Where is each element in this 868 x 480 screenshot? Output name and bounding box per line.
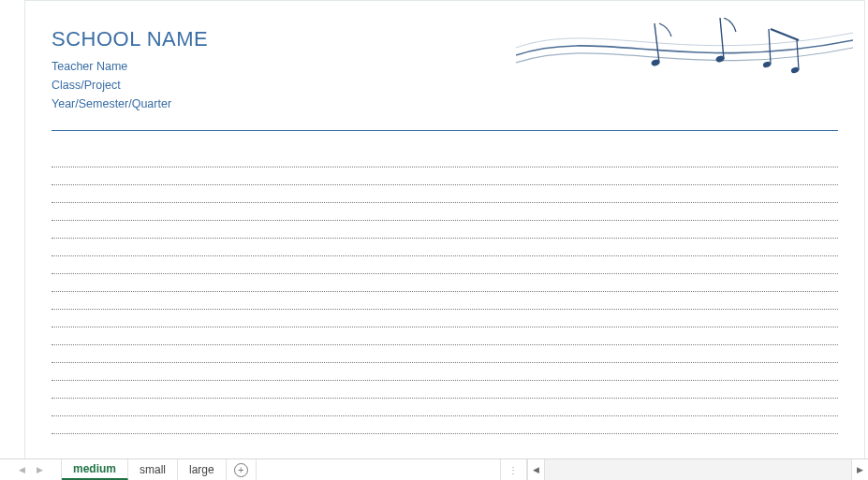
sheet-tab-label: large [189, 463, 214, 476]
rule-line [51, 344, 838, 345]
rule-line [51, 167, 838, 167]
rule-line [51, 309, 838, 310]
tab-nav-prev-icon: ◀ [19, 465, 25, 474]
workspace: SCHOOL NAME Teacher Name Class/Project Y… [0, 0, 868, 480]
page: SCHOOL NAME Teacher Name Class/Project Y… [24, 0, 865, 458]
sheet-tab-small[interactable]: small [128, 459, 178, 480]
rule-line [51, 380, 838, 381]
tab-nav-next-icon: ▶ [37, 465, 43, 474]
rule-line [51, 255, 838, 256]
plus-icon: + [234, 463, 248, 477]
year-term: Year/Semester/Quarter [51, 95, 838, 113]
sheet-tab-medium[interactable]: medium [62, 459, 128, 480]
sheet-tab-large[interactable]: large [178, 459, 227, 480]
scroll-track[interactable] [544, 459, 851, 480]
scroll-left-icon[interactable]: ◀ [527, 459, 544, 480]
tabs-host: mediumsmalllarge [62, 459, 227, 480]
teacher-name: Teacher Name [51, 57, 838, 76]
horizontal-scrollbar[interactable]: ◀ ▶ [527, 459, 868, 480]
rule-line [51, 273, 838, 274]
scroll-right-icon[interactable]: ▶ [851, 459, 868, 480]
page-viewport: SCHOOL NAME Teacher Name Class/Project Y… [24, 0, 868, 458]
tabbar-spacer [257, 459, 501, 480]
rule-line [51, 220, 838, 221]
rule-line [51, 362, 838, 363]
rule-line [51, 291, 838, 292]
ruled-lines [51, 167, 838, 434]
school-name: SCHOOL NAME [51, 27, 838, 51]
tab-nav-arrows[interactable]: ◀ ▶ [0, 459, 62, 480]
class-project: Class/Project [51, 76, 838, 95]
rule-line [51, 238, 838, 239]
rule-line [51, 327, 838, 327]
header-separator [51, 130, 838, 131]
tabbar-drag-handle[interactable]: ⋮ [501, 459, 527, 480]
sheet-tab-label: medium [73, 462, 116, 475]
rule-line [51, 398, 838, 399]
sheet-tab-label: small [140, 463, 166, 476]
rule-line [51, 415, 838, 416]
rule-line [51, 184, 838, 185]
new-sheet-button[interactable]: + [227, 459, 257, 480]
rule-line [51, 433, 838, 434]
sheet-tab-bar: ◀ ▶ mediumsmalllarge + ⋮ ◀ ▶ [0, 458, 868, 480]
rule-line [51, 202, 838, 203]
